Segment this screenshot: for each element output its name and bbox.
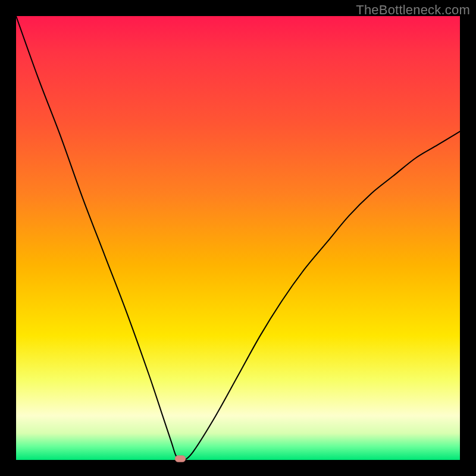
plot-area (16, 16, 460, 460)
bottleneck-curve (16, 16, 460, 461)
optimal-marker (175, 456, 186, 462)
curve-layer (16, 16, 460, 460)
chart-frame: TheBottleneck.com (0, 0, 476, 476)
